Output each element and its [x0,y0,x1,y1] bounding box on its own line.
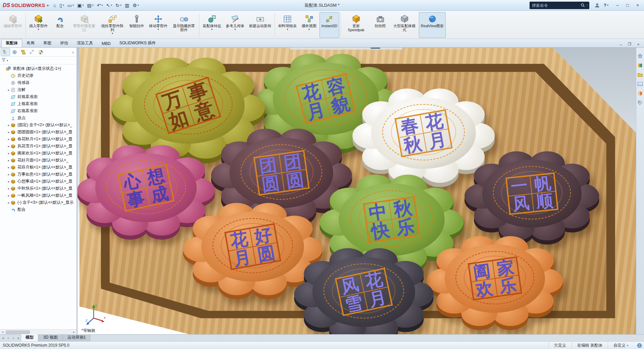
panel-expand-chevron-icon[interactable]: › [70,50,76,55]
expand-arrow-icon[interactable]: ▸ [7,173,11,176]
mooncake-hua-hao-yue-yuan[interactable]: 花好月圆 [192,207,314,291]
tree-item-wanshiruyi[interactable]: ▸万事如意<1> (默认<<默认>_显 [0,171,77,178]
ribbon-component-preview-button[interactable]: 零部件预览窗口 [70,12,98,38]
tab-nav-3-icon[interactable]: » [16,336,21,340]
minimize-button[interactable]: – [612,1,623,9]
command-search-input[interactable] [531,3,580,8]
expand-arrow-icon[interactable]: ▸ [7,187,11,190]
ribbon-instant3d-button[interactable]: Instant3D [319,12,339,38]
save-button[interactable]: ▣▾ [76,1,85,9]
tree-item-front-plane[interactable]: 前视基准面 [0,93,77,100]
undo-button[interactable]: ↶▾ [96,1,104,9]
mooncake-xin-xiang-shi-cheng[interactable]: 心想事成 [86,149,206,231]
mooncake-he-jia-huan-le[interactable]: 阖家欢乐 [435,240,555,321]
doc-minimize-button[interactable]: – [616,41,625,47]
expand-arrow-icon[interactable]: ▸ [7,180,11,183]
tree-horizontal-scrollbar[interactable]: ◂ ▸ [0,329,77,334]
scrollbar-thumb[interactable] [6,331,30,334]
logo-expand-arrow-icon[interactable]: ▸ [47,3,49,7]
expand-arrow-icon[interactable]: ▸ [7,194,11,197]
expand-arrow-icon[interactable]: ▸ [7,88,11,92]
propertymanager-tab[interactable] [10,48,19,56]
tab-nav-2-icon[interactable]: › [11,336,16,340]
expand-arrow-icon[interactable]: ▸ [7,145,11,148]
tree-item-box-2[interactable]: ▸(固定) 盒子<2> (默认<<默认>_ [0,121,77,129]
mooncake-chun-hua-qiu-yue[interactable]: 春花秋月 [361,93,486,178]
solidworks-resources-button[interactable] [637,52,644,59]
new-document-button[interactable]: ▯▾ [58,1,65,9]
tree-item-fenghuaxueyue[interactable]: ▸风花雪月<1> (默认<<默认>_显 [0,143,77,150]
doc-restore-button[interactable]: ❐ [625,41,634,47]
bottom-tab-motion-study-1[interactable]: 运动算例1 [63,334,91,341]
help-menu[interactable]: ?▾ [604,3,608,8]
tree-item-mates[interactable]: 配合 [0,206,77,213]
expand-arrow-icon[interactable]: ▸ [7,152,11,155]
ribbon-exploded-view-button[interactable]: 爆炸视图▾ [299,12,319,38]
configurationmanager-tab[interactable] [19,48,28,56]
doc-close-button[interactable]: × [634,41,643,47]
tab-render-tools[interactable]: 渲染工具 [72,39,97,47]
view-palette-button[interactable] [637,81,644,88]
command-search[interactable]: ▾ [530,2,589,9]
ribbon-show-hidden-button[interactable]: 显示隐藏的零部件 [170,12,198,38]
tree-item-hejiahuanle[interactable]: ▸阖家欢乐<1> (默认<<默认>_显 [0,150,77,157]
expand-arrow-icon[interactable]: ▸ [7,138,11,141]
bottom-tab-model[interactable]: 模型 [21,334,38,341]
expand-arrow-icon[interactable]: ▸ [7,166,11,169]
tree-item-chunhuaqiuyue[interactable]: ▸春花秋月<1> (默认<<默认>_显 [0,136,77,143]
mooncake-feng-hua-xue-yue[interactable]: 风花雪月 [303,253,425,334]
tab-sketch[interactable]: 草图 [39,39,56,47]
expand-arrow-icon[interactable]: ▸ [7,159,11,162]
scroll-left-icon[interactable]: ◂ [0,330,5,334]
tree-item-tuantuanyuanyuan[interactable]: ▸团团圆圆<1> (默认<<默认>_显 [0,129,77,136]
tree-item-xinxiangshicheng[interactable]: ▸心想事成<1> (默认<<默认>_显 [0,178,77,185]
tab-layout[interactable]: 布局 [22,39,39,47]
displaymanager-tab[interactable] [36,48,45,56]
featuremanager-tab[interactable] [1,48,10,56]
file-properties-button[interactable]: ▥ [123,1,131,9]
dimxpertmanager-tab[interactable] [28,48,36,56]
search-dropdown-icon[interactable]: ▾ [586,4,588,7]
ribbon-insert-component-button[interactable]: 插入零部件▾ [27,12,50,38]
mooncake-yi-fan-feng-shun[interactable]: 一帆风顺 [473,156,591,236]
tree-item-history[interactable]: 历史记录 [0,72,77,79]
select-button[interactable]: ↖▾ [105,1,113,9]
tree-item-annotations[interactable]: ▸注解 [0,86,77,93]
ribbon-snapshot-button[interactable]: 拍快照 [370,12,390,38]
ribbon-move-component-button[interactable]: 移动零部件▾ [147,12,169,38]
tree-item-sensors[interactable]: 传感器 [0,79,77,86]
search-icon[interactable] [581,3,585,7]
tree-item-huarongyuemao[interactable]: ▸花容月貌<1> (默认<<默认>_显 [0,164,77,171]
close-button[interactable]: × [633,1,643,9]
rebuild-button[interactable]: ↻▾ [114,1,123,9]
tree-item-top-plane[interactable]: 上视基准面 [0,100,77,107]
ribbon-assembly-features-button[interactable]: 装配体特征▾ [201,12,223,38]
print-button[interactable]: ▤▾ [86,1,95,9]
tree-item-assembly-root[interactable]: 装配体 (默认<显示状态-1>) [0,65,77,72]
expand-arrow-icon[interactable]: ▸ [7,201,11,204]
expand-arrow-icon[interactable]: ▸ [7,123,11,127]
expand-arrow-icon[interactable]: ▸ [7,131,11,134]
tree-item-right-plane[interactable]: 右视基准面 [0,107,77,114]
maximize-button[interactable]: □ [623,1,633,9]
tree-item-origin[interactable]: 原点 [0,114,77,121]
ribbon-smart-fasteners-button[interactable]: 智能扣件 [127,12,146,38]
appearances-scenes-button[interactable] [637,90,644,97]
tab-mbd[interactable]: MBD [97,40,115,47]
ribbon-edit-component-button[interactable]: 编辑零部件 [2,12,24,38]
ribbon-mate-button[interactable]: 配合 [50,12,70,38]
graphics-area[interactable]: 花容月貌万事如意春花秋月团团圆圆心想事成一帆风顺中秋快乐花好月圆阖家欢乐风花雪月… [78,48,636,334]
home-button[interactable]: ⌂ [52,1,57,9]
ribbon-new-motion-study-button[interactable]: 新建运动算例 [247,12,273,38]
ribbon-linear-pattern-button[interactable]: 线性零部件阵列▾ [99,12,126,38]
ribbon-reference-geometry-button[interactable]: 参考几何体▾ [224,12,246,38]
ribbon-bom-button[interactable]: 材料明细表▾ [276,12,299,38]
ribbon-realview-button[interactable]: RealView图形 [419,12,446,38]
scrollbar-track[interactable] [5,330,71,334]
filter-funnel-icon[interactable] [1,57,6,63]
tree-item-yifanfengshun[interactable]: ▸一帆风顺<1> (默认<<默认>_显 [0,192,77,199]
status-units[interactable]: 自定义▾ [608,342,634,349]
filter-dropdown-icon[interactable]: ▾ [7,59,8,62]
user-account-icon[interactable] [595,3,600,8]
tab-solidworks-addins[interactable]: SOLIDWORKS 插件 [115,39,160,47]
